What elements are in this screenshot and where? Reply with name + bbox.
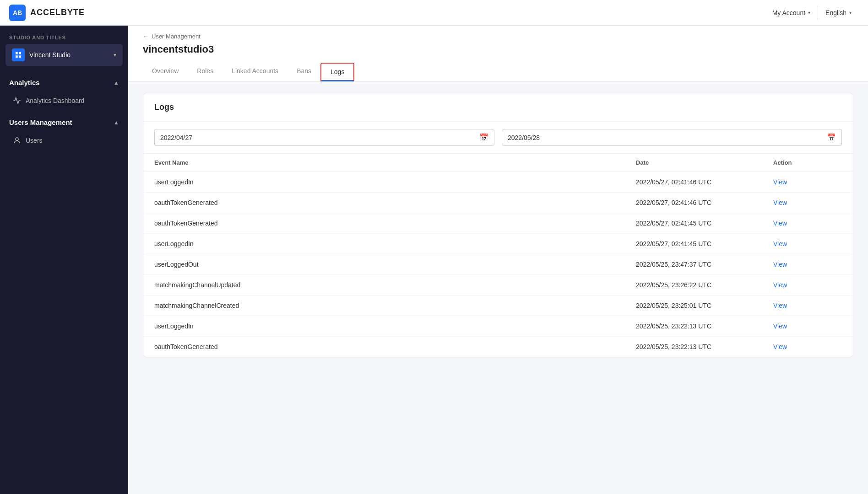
- table-header: Event Name Date Action: [143, 154, 853, 172]
- breadcrumb: ← User Management: [143, 33, 853, 40]
- page-title: vincentstudio3: [143, 43, 853, 55]
- date-cell: 2022/05/27, 02:41:45 UTC: [636, 240, 773, 247]
- date-cell: 2022/05/25, 23:22:13 UTC: [636, 343, 773, 350]
- table-row: oauthTokenGenerated 2022/05/27, 02:41:45…: [143, 213, 853, 234]
- view-action-button[interactable]: View: [773, 178, 842, 186]
- header-right: My Account ▾ English ▾: [765, 5, 859, 20]
- tab-roles[interactable]: Roles: [188, 63, 222, 81]
- date-cell: 2022/05/27, 02:41:45 UTC: [636, 220, 773, 227]
- main-layout: STUDIO AND TITLES Vincent Studio ▾ Analy…: [0, 26, 868, 494]
- logo-abbr: AB: [13, 9, 22, 16]
- logs-card-header: Logs: [143, 93, 853, 122]
- chevron-down-icon: ▾: [849, 10, 852, 15]
- event-name-cell: oauthTokenGenerated: [154, 343, 636, 350]
- tabs: Overview Roles Linked Accounts Bans Logs: [143, 63, 853, 81]
- analytics-label: Analytics: [9, 79, 40, 86]
- sidebar-section-label: STUDIO AND TITLES: [0, 26, 128, 44]
- user-icon: [13, 136, 21, 145]
- table-row: userLoggedOut 2022/05/25, 23:47:37 UTC V…: [143, 254, 853, 275]
- svg-rect-0: [16, 52, 18, 54]
- table-row: matchmakingChannelUpdated 2022/05/25, 23…: [143, 275, 853, 295]
- analytics-chevron-icon: ▲: [114, 80, 119, 86]
- date-cell: 2022/05/27, 02:41:46 UTC: [636, 178, 773, 186]
- back-icon: ←: [143, 33, 149, 40]
- page-header: ← User Management vincentstudio3 Overvie…: [128, 26, 868, 82]
- my-account-button[interactable]: My Account ▾: [765, 5, 818, 20]
- table-row: userLoggedIn 2022/05/25, 23:22:13 UTC Vi…: [143, 316, 853, 337]
- table-row: oauthTokenGenerated 2022/05/27, 02:41:46…: [143, 193, 853, 213]
- users-management-group-header[interactable]: Users Management ▲: [0, 113, 128, 132]
- main-content: Logs 2022/04/27 📅 2022/05/28 📅 Event Nam: [128, 82, 868, 494]
- event-name-cell: userLoggedIn: [154, 322, 636, 330]
- col-event-name: Event Name: [154, 159, 636, 166]
- date-cell: 2022/05/25, 23:26:22 UTC: [636, 281, 773, 289]
- view-action-button[interactable]: View: [773, 199, 842, 206]
- table-row: oauthTokenGenerated 2022/05/25, 23:22:13…: [143, 337, 853, 357]
- studio-icon: [12, 48, 25, 61]
- sidebar: STUDIO AND TITLES Vincent Studio ▾ Analy…: [0, 26, 128, 494]
- table-row: userLoggedIn 2022/05/27, 02:41:45 UTC Vi…: [143, 234, 853, 254]
- logo-area: AB ACCELBYTE: [9, 5, 85, 21]
- logs-table-body: userLoggedIn 2022/05/27, 02:41:46 UTC Vi…: [143, 172, 853, 357]
- users-label: Users: [26, 137, 43, 144]
- language-button[interactable]: English ▾: [818, 5, 859, 20]
- studio-name: Vincent Studio: [29, 51, 109, 59]
- view-action-button[interactable]: View: [773, 220, 842, 227]
- logs-title: Logs: [154, 102, 174, 112]
- event-name-cell: userLoggedIn: [154, 178, 636, 186]
- view-action-button[interactable]: View: [773, 302, 842, 309]
- event-name-cell: matchmakingChannelCreated: [154, 302, 636, 309]
- breadcrumb-back[interactable]: User Management: [152, 33, 201, 40]
- date-cell: 2022/05/27, 02:41:46 UTC: [636, 199, 773, 206]
- view-action-button[interactable]: View: [773, 281, 842, 289]
- analytics-dashboard-label: Analytics Dashboard: [26, 97, 84, 104]
- tab-logs[interactable]: Logs: [320, 63, 354, 81]
- grid-icon: [15, 51, 22, 59]
- event-name-cell: userLoggedOut: [154, 261, 636, 268]
- tab-bans[interactable]: Bans: [288, 63, 320, 81]
- chevron-down-icon: ▾: [808, 10, 810, 15]
- svg-rect-3: [19, 55, 21, 58]
- users-management-section: Users Management ▲ Users: [0, 113, 128, 149]
- table-row: matchmakingChannelCreated 2022/05/25, 23…: [143, 295, 853, 316]
- col-action: Action: [773, 159, 842, 166]
- language-label: English: [825, 9, 846, 16]
- studio-chevron-icon: ▾: [114, 52, 116, 58]
- date-from-input[interactable]: 2022/04/27 📅: [154, 129, 494, 146]
- view-action-button[interactable]: View: [773, 322, 842, 330]
- svg-point-4: [16, 138, 18, 140]
- event-name-cell: matchmakingChannelUpdated: [154, 281, 636, 289]
- logs-card: Logs 2022/04/27 📅 2022/05/28 📅 Event Nam: [143, 93, 853, 357]
- view-action-button[interactable]: View: [773, 343, 842, 350]
- date-cell: 2022/05/25, 23:25:01 UTC: [636, 302, 773, 309]
- tab-linked-accounts[interactable]: Linked Accounts: [222, 63, 288, 81]
- sidebar-item-users[interactable]: Users: [0, 132, 128, 149]
- svg-rect-2: [16, 55, 18, 58]
- users-management-label: Users Management: [9, 118, 72, 126]
- view-action-button[interactable]: View: [773, 261, 842, 268]
- sidebar-item-analytics-dashboard[interactable]: Analytics Dashboard: [0, 92, 128, 109]
- date-from-value: 2022/04/27: [160, 134, 479, 141]
- logo-text: ACCELBYTE: [30, 8, 85, 17]
- svg-rect-1: [19, 52, 21, 54]
- logo-icon: AB: [9, 5, 26, 21]
- col-date: Date: [636, 159, 773, 166]
- view-action-button[interactable]: View: [773, 240, 842, 247]
- date-to-value: 2022/05/28: [508, 134, 827, 141]
- date-cell: 2022/05/25, 23:22:13 UTC: [636, 322, 773, 330]
- event-name-cell: userLoggedIn: [154, 240, 636, 247]
- content-area: ← User Management vincentstudio3 Overvie…: [128, 26, 868, 494]
- tab-overview[interactable]: Overview: [143, 63, 188, 81]
- analytics-group-header[interactable]: Analytics ▲: [0, 73, 128, 92]
- event-name-cell: oauthTokenGenerated: [154, 199, 636, 206]
- studio-selector[interactable]: Vincent Studio ▾: [5, 44, 123, 66]
- date-to-input[interactable]: 2022/05/28 📅: [502, 129, 842, 146]
- date-row: 2022/04/27 📅 2022/05/28 📅: [143, 122, 853, 154]
- analytics-section: Analytics ▲ Analytics Dashboard: [0, 73, 128, 109]
- calendar-from-icon: 📅: [479, 133, 488, 142]
- event-name-cell: oauthTokenGenerated: [154, 220, 636, 227]
- top-header: AB ACCELBYTE My Account ▾ English ▾: [0, 0, 868, 26]
- trend-icon: [13, 97, 21, 105]
- my-account-label: My Account: [772, 9, 805, 16]
- date-cell: 2022/05/25, 23:47:37 UTC: [636, 261, 773, 268]
